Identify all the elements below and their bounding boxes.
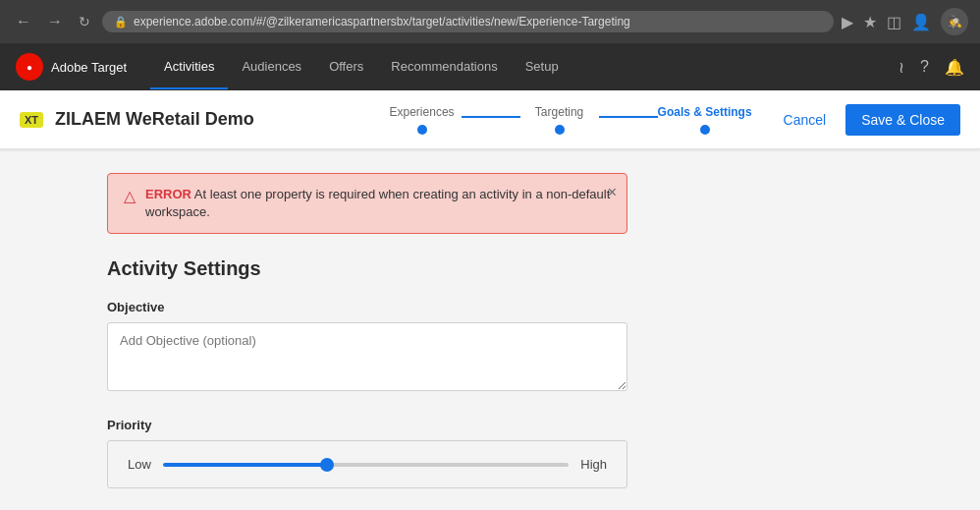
wizard-step-goals[interactable]: Goals & Settings (658, 105, 752, 135)
notifications-icon[interactable]: 🔔 (945, 58, 964, 77)
error-close-button[interactable]: × (608, 184, 617, 201)
logo-text: ● (27, 62, 32, 73)
help-icon[interactable]: ? (920, 58, 929, 76)
wizard-step-experiences[interactable]: Experiences (383, 105, 462, 135)
activity-title: ZILAEM WeRetail Demo (55, 109, 382, 130)
activity-bar: XT ZILAEM WeRetail Demo Experiences Targ… (0, 90, 980, 149)
priority-box: Low High (107, 440, 627, 488)
objective-input[interactable] (107, 322, 627, 391)
browser-chrome: ← → ↻ 🔒 experience.adobe.com/#/@zilkeram… (0, 0, 980, 43)
section-title: Activity Settings (107, 257, 873, 280)
nav-recommendations[interactable]: Recommendations (377, 45, 511, 89)
nav-audiences[interactable]: Audiences (228, 45, 315, 89)
cancel-button[interactable]: Cancel (772, 106, 839, 134)
cast-icon: ▶ (842, 13, 853, 31)
main-content: △ ERROR At least one property is require… (87, 149, 893, 510)
nav-activities[interactable]: Activities (150, 45, 228, 89)
wizard-step-targeting[interactable]: Targeting (520, 105, 599, 135)
forward-button[interactable]: → (43, 11, 67, 32)
error-triangle-icon: △ (124, 187, 136, 205)
bookmark-icon[interactable]: ★ (863, 13, 877, 31)
objective-section: Objective (107, 300, 873, 394)
app-logo: ● Adobe Target (16, 53, 127, 81)
address-bar[interactable]: 🔒 experience.adobe.com/#/@zilkeramericas… (102, 11, 834, 32)
error-message: ERROR At least one property is required … (145, 186, 611, 221)
error-prefix: ERROR (145, 187, 191, 201)
incognito-badge: 🕵 (941, 8, 968, 35)
step-targeting-dot (555, 125, 565, 135)
lock-icon: 🔒 (114, 16, 128, 28)
save-close-button[interactable]: Save & Close (845, 104, 960, 136)
nav-setup[interactable]: Setup (512, 45, 572, 89)
account-icon[interactable]: 👤 (911, 13, 931, 31)
app-name: Adobe Target (51, 60, 127, 75)
priority-section: Priority Low High (107, 418, 873, 488)
step-experiences-label: Experiences (390, 105, 455, 119)
step-goals-label: Goals & Settings (658, 105, 752, 119)
step-targeting-label: Targeting (535, 105, 583, 119)
step-connector-2 (599, 116, 658, 118)
header-actions: Cancel Save & Close (772, 104, 960, 136)
error-banner: △ ERROR At least one property is require… (107, 173, 627, 234)
wizard-steps: Experiences Targeting Goals & Settings (383, 105, 752, 135)
header-right: ≀ ? 🔔 (898, 58, 964, 77)
adobe-target-logo: ● (16, 53, 43, 81)
app-header: ● Adobe Target Activities Audiences Offe… (0, 43, 980, 90)
back-button[interactable]: ← (12, 11, 35, 32)
extensions-icon[interactable]: ◫ (887, 13, 901, 31)
objective-label: Objective (107, 300, 873, 314)
step-goals-dot (700, 125, 710, 135)
browser-icons: ▶ ★ ◫ 👤 🕵 (842, 8, 968, 35)
priority-slider[interactable] (163, 463, 569, 467)
apps-icon[interactable]: ≀ (898, 58, 904, 77)
reload-button[interactable]: ↻ (75, 12, 94, 31)
error-body: At least one property is required when c… (145, 187, 610, 219)
main-nav: Activities Audiences Offers Recommendati… (150, 45, 572, 89)
priority-low-label: Low (128, 457, 151, 472)
nav-offers[interactable]: Offers (315, 45, 377, 89)
priority-high-label: High (580, 457, 607, 472)
step-experiences-dot (417, 125, 427, 135)
slider-row: Low High (128, 457, 607, 472)
priority-label: Priority (107, 418, 873, 432)
step-connector-1 (462, 116, 520, 118)
incognito-icon: 🕵 (948, 15, 962, 28)
url-text: experience.adobe.com/#/@zilkeramericaspa… (134, 15, 630, 28)
activity-type-badge: XT (20, 112, 43, 128)
